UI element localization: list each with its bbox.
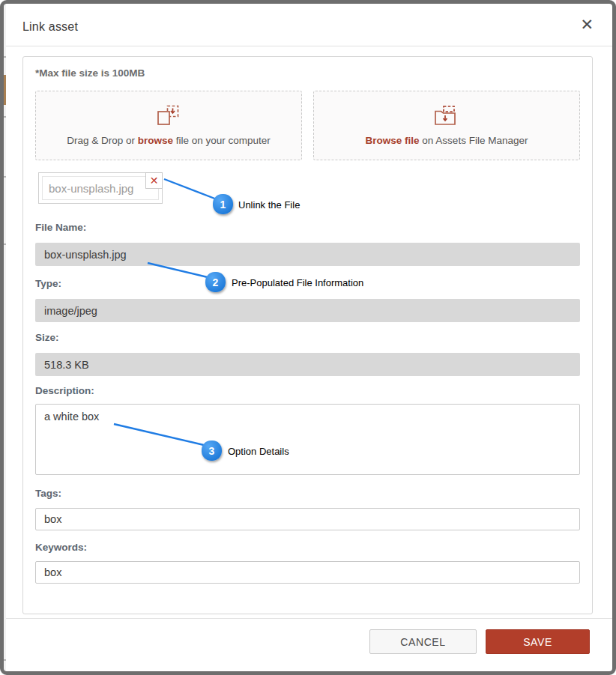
- dropzone-local-text: Drag & Drop or browse file on your compu…: [67, 135, 271, 146]
- dialog-footer: CANCEL SAVE: [369, 629, 590, 654]
- dialog-body: *Max file size is 100MB Drag & Drop or b…: [22, 56, 593, 614]
- upload-file-icon: [157, 105, 181, 128]
- dropzone-assets-manager[interactable]: Browse file on Assets File Manager: [313, 91, 580, 160]
- keywords-input[interactable]: [35, 561, 580, 584]
- close-icon[interactable]: ✕: [580, 16, 594, 32]
- folder-import-icon: [434, 105, 459, 128]
- footer-divider: [6, 618, 612, 619]
- file-name-label: File Name:: [35, 222, 86, 233]
- dropzone-assets-text: Browse file on Assets File Manager: [366, 135, 528, 146]
- tags-label: Tags:: [35, 488, 61, 499]
- annotation-label-1: Unlink the File: [238, 199, 300, 211]
- file-name-field: box-unsplash.jpg: [35, 243, 580, 266]
- description-label: Description:: [35, 385, 94, 396]
- link-asset-dialog: Link asset ✕ *Max file size is 100MB Dra…: [6, 4, 612, 671]
- annotation-badge-1: 1: [213, 194, 233, 214]
- annotation-badge-2: 2: [205, 272, 226, 292]
- browse-file-link[interactable]: Browse file: [366, 135, 420, 146]
- dropzone-local-file[interactable]: Drag & Drop or browse file on your compu…: [35, 91, 302, 160]
- unlink-file-icon[interactable]: ✕: [145, 172, 163, 189]
- header-divider: [6, 46, 612, 46]
- linked-file-name: box-unsplash.jpg: [42, 176, 159, 200]
- size-field: 518.3 KB: [35, 353, 580, 376]
- max-file-size-note: *Max file size is 100MB: [35, 67, 145, 79]
- type-label: Type:: [35, 278, 61, 289]
- annotation-label-2: Pre-Populated File Information: [232, 277, 363, 288]
- linked-file-chip: box-unsplash.jpg ✕: [38, 172, 163, 204]
- annotation-badge-3: 3: [202, 441, 222, 461]
- size-label: Size:: [35, 332, 59, 343]
- type-field: image/jpeg: [35, 299, 580, 322]
- keywords-label: Keywords:: [35, 542, 87, 553]
- browse-link[interactable]: browse: [138, 135, 173, 146]
- description-textarea[interactable]: a white box: [35, 404, 580, 475]
- save-button[interactable]: SAVE: [486, 629, 590, 654]
- tags-input[interactable]: [35, 508, 580, 530]
- cancel-button[interactable]: CANCEL: [369, 629, 477, 654]
- annotation-label-3: Option Details: [228, 446, 289, 457]
- dialog-title: Link asset: [22, 20, 78, 34]
- dropzone-row: Drag & Drop or browse file on your compu…: [35, 91, 580, 160]
